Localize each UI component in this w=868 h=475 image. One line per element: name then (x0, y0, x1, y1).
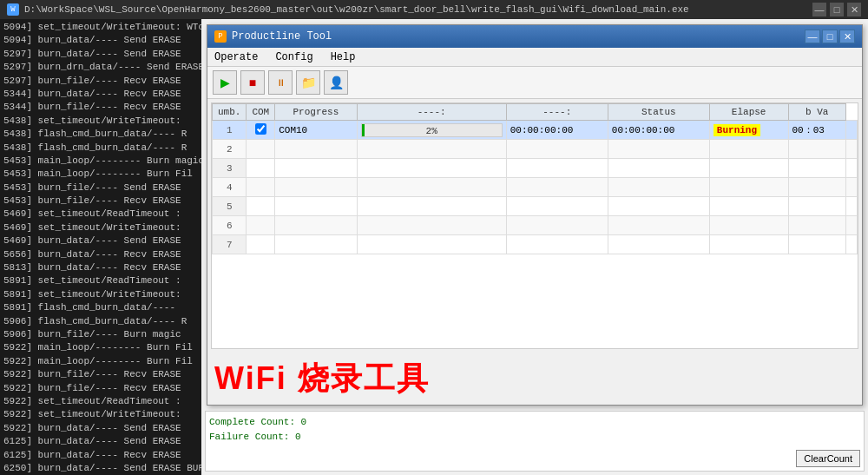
row-checkbox[interactable] (255, 123, 266, 135)
terminal-line: 6250] burn_data/---- Send ERASE BURN DAT… (0, 462, 201, 475)
clear-count-button[interactable]: ClearCount (796, 450, 860, 467)
cell-status (709, 216, 788, 235)
close-button[interactable]: ✕ (847, 3, 861, 16)
app-icon: W (7, 3, 19, 16)
col-header-status: Status (608, 104, 709, 121)
cell-time1 (506, 235, 608, 254)
cell-progress (357, 197, 506, 216)
col-header-bva: b Va (788, 104, 846, 121)
terminal-line: 5469] set_timeout/ReadTimeout : (0, 208, 201, 221)
cell-time2 (608, 140, 709, 159)
terminal-line: 5094] set_timeout/WriteTimeout: WTotal=2… (0, 21, 201, 34)
cell-progress (357, 235, 506, 254)
cell-time2 (608, 197, 709, 216)
cell-checkbox[interactable] (247, 235, 275, 254)
cell-elapse: 00：03 (788, 121, 846, 140)
cell-time2 (608, 216, 709, 235)
table-row[interactable]: 5 (213, 197, 858, 216)
cell-progress (357, 159, 506, 178)
cell-time1 (506, 140, 608, 159)
terminal-line: 5453] burn_file/---- Recv ERASE (0, 195, 201, 208)
cell-checkbox[interactable] (247, 216, 275, 235)
tool-minimize-button[interactable]: — (805, 30, 820, 43)
tool-maximize-button[interactable]: □ (822, 30, 838, 43)
start-button[interactable]: ▶ (213, 70, 237, 95)
terminal-line: 6125] burn_data/---- Send ERASE (0, 435, 201, 448)
cell-elapse (788, 216, 846, 235)
right-panel: P Productline Tool — □ ✕ Operate Config … (201, 19, 868, 475)
cell-progress: 2% (357, 121, 506, 140)
table-row[interactable]: 7 (213, 235, 858, 254)
cell-time2: 00:00:00:00 (608, 121, 709, 140)
cell-row-num: 2 (213, 140, 247, 159)
terminal-line: 5922] set_timeout/WriteTimeout: (0, 408, 201, 421)
cell-com (275, 216, 357, 235)
cell-elapse (788, 197, 846, 216)
table-row[interactable]: 1COM102%00:00:00:0000:00:00:00Burning00：… (213, 121, 858, 140)
cell-status (709, 197, 788, 216)
cell-time1 (506, 197, 608, 216)
cell-bva (846, 197, 858, 216)
title-bar-controls: — □ ✕ (812, 3, 861, 16)
table-row[interactable]: 4 (213, 178, 858, 197)
terminal-line: 5469] set_timeout/WriteTimeout: (0, 221, 201, 234)
cell-checkbox[interactable] (247, 121, 275, 140)
main-title-bar: W D:\WorkSpace\WSL_Source\OpenHarmony_be… (0, 0, 868, 19)
cell-com: COM10 (275, 121, 357, 140)
cell-com (275, 235, 357, 254)
user-button[interactable]: 👤 (324, 70, 348, 95)
terminal-line: 5891] set_timeout/WriteTimeout: (0, 288, 201, 301)
tool-close-button[interactable]: ✕ (839, 30, 855, 43)
main-content: 5094] set_timeout/WriteTimeout: WTotal=2… (0, 19, 868, 475)
minimize-button[interactable]: — (812, 3, 826, 16)
failure-count: Failure Count: 0 (209, 430, 306, 445)
terminal-line: 5438] flash_cmd_burn_data/---- R (0, 128, 201, 141)
cell-row-num: 7 (213, 235, 247, 254)
cell-progress (357, 178, 506, 197)
tool-window-title: Productline Tool (232, 30, 332, 43)
menu-operate[interactable]: Operate (211, 50, 261, 64)
cell-status (709, 178, 788, 197)
tool-title-bar: P Productline Tool — □ ✕ (207, 25, 862, 48)
cell-checkbox[interactable] (247, 159, 275, 178)
terminal-line: 5438] set_timeout/WriteTimeout: (0, 115, 201, 128)
terminal-line: 5344] burn_file/---- Recv ERASE (0, 101, 201, 114)
tool-window-icon: P (214, 30, 227, 43)
terminal-panel: 5094] set_timeout/WriteTimeout: WTotal=2… (0, 19, 201, 475)
bottom-label-area: WiFi 烧录工具 (207, 353, 862, 405)
folder-button[interactable]: 📁 (296, 70, 320, 95)
cell-status: Burning (709, 121, 788, 140)
cell-time1 (506, 178, 608, 197)
table-row[interactable]: 2 (213, 140, 858, 159)
col-header-elapse: Elapse (709, 104, 788, 121)
stop-button[interactable]: ■ (240, 70, 265, 95)
terminal-line: 5922] burn_file/---- Recv ERASE (0, 382, 201, 395)
cell-com (275, 159, 357, 178)
cell-checkbox[interactable] (247, 178, 275, 197)
cell-progress (357, 216, 506, 235)
terminal-line: 5344] burn_data/---- Recv ERASE (0, 88, 201, 101)
cell-checkbox[interactable] (247, 140, 275, 159)
cell-row-num: 1 (213, 121, 247, 140)
terminal-line: 5922] set_timeout/ReadTimeout : (0, 395, 201, 408)
pause-button[interactable]: ⏸ (268, 70, 293, 95)
cell-bva (846, 235, 858, 254)
terminal-line: 5656] burn_data/---- Recv ERASE (0, 248, 201, 261)
cell-com (275, 178, 357, 197)
cell-com (275, 140, 357, 159)
table-row[interactable]: 3 (213, 159, 858, 178)
cell-checkbox[interactable] (247, 197, 275, 216)
menu-bar: Operate Config Help (207, 48, 862, 67)
cell-time2 (608, 178, 709, 197)
cell-row-num: 5 (213, 197, 247, 216)
status-badge: Burning (713, 124, 760, 136)
terminal-line: 5922] main_loop/-------- Burn Fil (0, 355, 201, 368)
menu-help[interactable]: Help (327, 50, 359, 64)
terminal-line: 5438] flash_cmd_burn_data/---- R (0, 142, 201, 155)
menu-config[interactable]: Config (272, 50, 316, 64)
maximize-button[interactable]: □ (830, 3, 844, 16)
table-row[interactable]: 6 (213, 216, 858, 235)
cell-time2 (608, 159, 709, 178)
terminal-line: 5813] burn_data/---- Recv ERASE (0, 261, 201, 274)
cell-time2 (608, 235, 709, 254)
